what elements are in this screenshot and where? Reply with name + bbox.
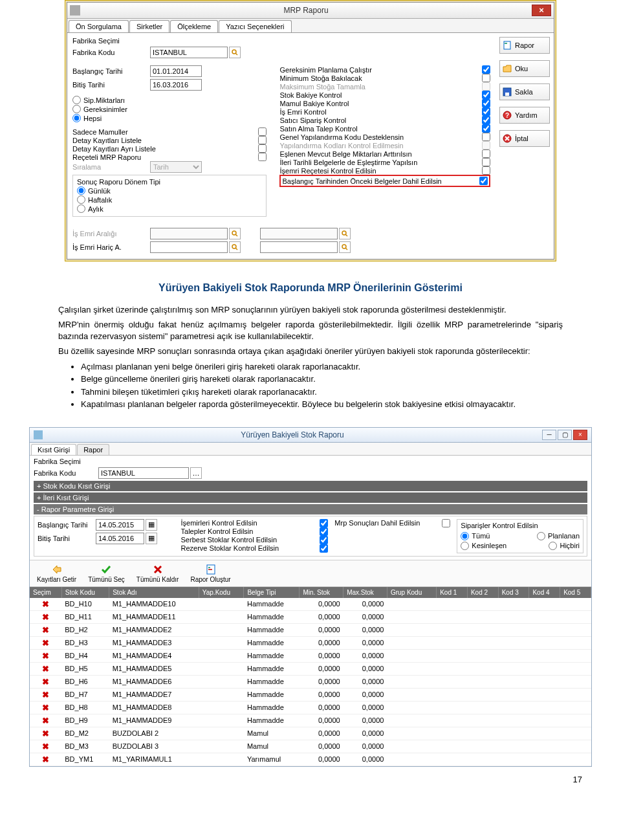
select-cell[interactable]: ✖ <box>30 649 61 662</box>
expand-ileri-kisit[interactable]: + İleri Kısıt Girişi <box>34 492 587 503</box>
table-row[interactable]: ✖BD_H3M1_HAMMADDE3Hammadde0,00000,0000 <box>30 636 591 649</box>
tumunu-sec-button[interactable]: Tümünü Seç <box>84 562 129 584</box>
table-row[interactable]: ✖BD_H9M1_HAMMADDE9Hammadde0,00000,0000 <box>30 714 591 727</box>
radio[interactable] <box>461 542 469 550</box>
select-cell[interactable]: ✖ <box>30 753 61 766</box>
column-header[interactable]: Kod 5 <box>560 587 591 598</box>
iptal-button[interactable]: İptal <box>499 130 550 147</box>
checkbox[interactable] <box>482 166 490 175</box>
close-icon[interactable]: × <box>532 5 551 16</box>
column-header[interactable]: Stok Kodu <box>61 587 109 598</box>
radio[interactable] <box>549 542 557 550</box>
calendar-icon[interactable]: ▦ <box>146 519 157 531</box>
tab-rapor[interactable]: Rapor <box>77 444 109 455</box>
select-cell[interactable]: ✖ <box>30 714 61 727</box>
checkbox[interactable] <box>482 116 490 124</box>
radio-sipmiktarlari[interactable] <box>72 96 81 104</box>
select-cell[interactable]: ✖ <box>30 636 61 649</box>
expand-rapor-parametre[interactable]: - Rapor Parametre Girişi <box>34 504 587 514</box>
table-row[interactable]: ✖BD_H7M1_HAMMADDE7Hammadde0,00000,0000 <box>30 688 591 701</box>
fabrika-kodu-input[interactable] <box>98 467 189 479</box>
isemri-haric-input2[interactable] <box>260 241 338 253</box>
tab-sirketler[interactable]: Sirketler <box>129 20 169 32</box>
rapor-olustur-button[interactable]: Rapor Oluştur <box>186 562 234 584</box>
select-cell[interactable]: ✖ <box>30 688 61 701</box>
sakla-button[interactable]: Sakla <box>499 83 550 100</box>
table-row[interactable]: ✖BD_H10M1_HAMMADDE10Hammadde0,00000,0000 <box>30 598 591 611</box>
radio-aylik[interactable] <box>77 204 85 213</box>
column-header[interactable]: Grup Kodu <box>387 587 436 598</box>
column-header[interactable]: Stok Adı <box>109 587 199 598</box>
table-row[interactable]: ✖BD_H4M1_HAMMADDE4Hammadde0,00000,0000 <box>30 649 591 662</box>
tab-kisit-girisi[interactable]: Kısıt Girişi <box>31 444 76 455</box>
checkbox[interactable] <box>258 127 267 136</box>
checkbox[interactable] <box>482 74 490 82</box>
oku-button[interactable]: Oku <box>499 60 550 77</box>
column-header[interactable]: Min. Stok <box>300 587 343 598</box>
column-header[interactable]: Seçim <box>30 587 61 598</box>
lookup-icon[interactable]: … <box>190 467 202 479</box>
column-header[interactable]: Kod 1 <box>437 587 468 598</box>
select-cell[interactable]: ✖ <box>30 623 61 636</box>
select-cell[interactable]: ✖ <box>30 598 61 611</box>
lookup-icon[interactable] <box>229 228 241 239</box>
radio-gunluk[interactable] <box>77 186 85 195</box>
yardim-button[interactable]: ?Yardım <box>499 107 550 124</box>
table-row[interactable]: ✖BD_H8M1_HAMMADDE8Hammadde0,00000,0000 <box>30 701 591 714</box>
radio[interactable] <box>461 532 469 540</box>
table-row[interactable]: ✖BD_M3BUZDOLABI 3Mamul0,00000,0000 <box>30 740 591 753</box>
checkbox[interactable] <box>482 158 490 166</box>
checkbox[interactable] <box>482 91 490 99</box>
select-cell[interactable]: ✖ <box>30 727 61 740</box>
radio-haftalik[interactable] <box>77 195 85 204</box>
checkbox[interactable] <box>482 149 490 158</box>
highlight-checkbox[interactable] <box>479 177 488 185</box>
bitis-input[interactable] <box>150 79 202 91</box>
baslangic-input[interactable] <box>150 65 202 77</box>
lookup-icon[interactable] <box>339 241 351 253</box>
table-row[interactable]: ✖BD_H2M1_HAMMADDE2Hammadde0,00000,0000 <box>30 623 591 636</box>
checkbox[interactable] <box>320 536 328 544</box>
checkbox[interactable] <box>320 544 328 553</box>
column-header[interactable]: Kod 2 <box>467 587 498 598</box>
column-header[interactable]: Belge Tipi <box>244 587 300 598</box>
checkbox[interactable] <box>320 519 328 527</box>
table-row[interactable]: ✖BD_H5M1_HAMMADDE5Hammadde0,00000,0000 <box>30 662 591 675</box>
select-cell[interactable]: ✖ <box>30 675 61 688</box>
column-header[interactable]: Kod 3 <box>498 587 529 598</box>
tab-yazici[interactable]: Yazıcı Seçenekleri <box>219 20 291 32</box>
lookup-icon[interactable] <box>229 241 241 253</box>
calendar-icon[interactable]: ▦ <box>146 533 157 544</box>
checkbox[interactable] <box>320 527 328 536</box>
checkbox[interactable] <box>258 153 267 161</box>
baslangic-input[interactable] <box>96 519 144 531</box>
checkbox[interactable] <box>482 65 490 74</box>
bitis-input[interactable] <box>96 533 144 544</box>
close-icon[interactable]: × <box>573 430 587 440</box>
checkbox[interactable] <box>258 144 267 153</box>
mrp-sonuclari-checkbox[interactable] <box>442 519 450 527</box>
column-header[interactable]: Kod 4 <box>529 587 560 598</box>
kayitlari-getir-button[interactable]: Kayıtları Getir <box>33 562 80 584</box>
select-cell[interactable]: ✖ <box>30 701 61 714</box>
checkbox[interactable] <box>482 133 490 141</box>
radio-gereksinimler[interactable] <box>72 105 81 113</box>
fabrika-kodu-input[interactable] <box>150 47 228 58</box>
expand-stok-kodu[interactable]: + Stok Kodu Kısıt Girişi <box>34 481 587 491</box>
tab-on-sorgulama[interactable]: Ön Sorgulama <box>69 20 129 32</box>
column-header[interactable]: Yap.Kodu <box>199 587 244 598</box>
tab-olcekleme[interactable]: Ölçekleme <box>170 20 218 32</box>
checkbox[interactable] <box>258 136 267 144</box>
checkbox[interactable] <box>482 124 490 133</box>
table-row[interactable]: ✖BD_H6M1_HAMMADDE6Hammadde0,00000,0000 <box>30 675 591 688</box>
checkbox[interactable] <box>482 107 490 116</box>
maximize-icon[interactable]: ▢ <box>558 430 572 440</box>
table-row[interactable]: ✖BD_H11M1_HAMMADDE11Hammadde0,00000,0000 <box>30 610 591 623</box>
lookup-icon[interactable] <box>339 228 351 239</box>
select-cell[interactable]: ✖ <box>30 662 61 675</box>
minimize-icon[interactable]: ─ <box>542 430 556 440</box>
select-cell[interactable]: ✖ <box>30 610 61 623</box>
checkbox[interactable] <box>482 99 490 107</box>
select-cell[interactable]: ✖ <box>30 740 61 753</box>
column-header[interactable]: Max.Stok <box>343 587 387 598</box>
